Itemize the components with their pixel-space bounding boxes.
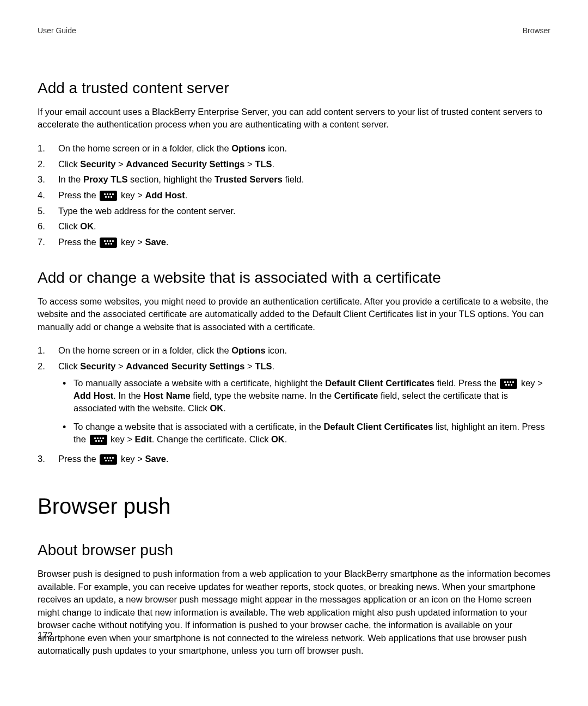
- intro-trusted-server: If your email account uses a BlackBerry …: [38, 106, 550, 131]
- paragraph-about-push: Browser push is designed to push informa…: [38, 568, 550, 657]
- section-title-trusted-server: Add a trusted content server: [38, 80, 550, 97]
- page-header: User Guide Browser: [38, 26, 550, 35]
- bb-menu-key-icon: [100, 238, 117, 248]
- major-title-browser-push: Browser push: [38, 494, 550, 519]
- section-title-certificate: Add or change a website that is associat…: [38, 269, 550, 287]
- steps-certificate: On the home screen or in a folder, click…: [38, 343, 550, 466]
- step-3: Press the key > Save.: [38, 452, 550, 466]
- bullet-2: To change a website that is associated w…: [58, 421, 550, 446]
- step-1: On the home screen or in a folder, click…: [38, 141, 550, 156]
- page-number: 172: [38, 630, 53, 641]
- step-4: Press the key > Add Host.: [38, 188, 550, 203]
- bb-menu-key-icon: [100, 191, 117, 201]
- step-1: On the home screen or in a folder, click…: [38, 343, 550, 358]
- bb-menu-key-icon: [100, 454, 117, 465]
- step-7: Press the key > Save.: [38, 235, 550, 249]
- step-2: Click Security > Advanced Security Setti…: [38, 157, 550, 172]
- intro-certificate: To access some websites, you might need …: [38, 295, 550, 333]
- step-2: Click Security > Advanced Security Setti…: [38, 359, 550, 446]
- bb-menu-key-icon: [500, 379, 517, 389]
- step-6: Click OK.: [38, 219, 550, 234]
- section-title-about-push: About browser push: [38, 541, 550, 559]
- step-3: In the Proxy TLS section, highlight the …: [38, 172, 550, 187]
- bullet-1: To manually associate a website with a c…: [58, 377, 550, 415]
- steps-trusted-server: On the home screen or in a folder, click…: [38, 141, 550, 249]
- bullets-certificate: To manually associate a website with a c…: [58, 377, 550, 446]
- header-right: Browser: [523, 26, 550, 35]
- bb-menu-key-icon: [90, 435, 107, 445]
- header-left: User Guide: [38, 26, 76, 35]
- step-5: Type the web address for the content ser…: [38, 204, 550, 218]
